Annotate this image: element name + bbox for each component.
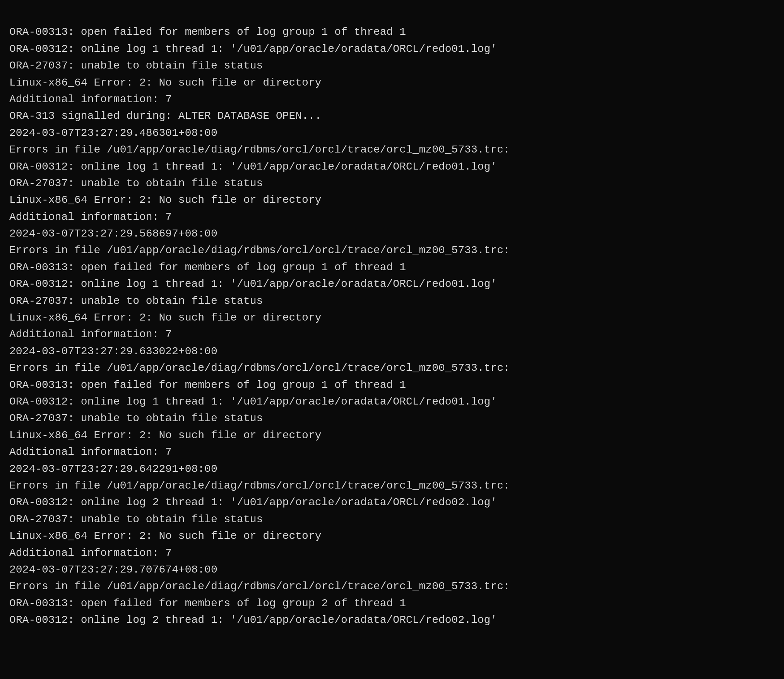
terminal-line: ORA-27037: unable to obtain file status <box>9 410 775 427</box>
terminal-line: Additional information: 7 <box>9 209 775 225</box>
terminal-line: Errors in file /u01/app/oracle/diag/rdbm… <box>9 477 775 494</box>
terminal-line: Errors in file /u01/app/oracle/diag/rdbm… <box>9 360 775 376</box>
terminal-line: ORA-00312: online log 2 thread 1: '/u01/… <box>9 612 775 628</box>
terminal-line: 2024-03-07T23:27:29.633022+08:00 <box>9 343 775 360</box>
terminal-line: ORA-00312: online log 1 thread 1: '/u01/… <box>9 41 775 57</box>
terminal-line: ORA-00313: open failed for members of lo… <box>9 377 775 393</box>
terminal-output: ORA-00313: open failed for members of lo… <box>9 7 775 628</box>
terminal-line: ORA-00312: online log 2 thread 1: '/u01/… <box>9 494 775 511</box>
terminal-line: Errors in file /u01/app/oracle/diag/rdbm… <box>9 242 775 259</box>
terminal-line: Linux-x86_64 Error: 2: No such file or d… <box>9 192 775 208</box>
terminal-line: 2024-03-07T23:27:29.486301+08:00 <box>9 125 775 141</box>
terminal-line: ORA-00313: open failed for members of lo… <box>9 595 775 612</box>
terminal-line: Linux-x86_64 Error: 2: No such file or d… <box>9 74 775 91</box>
terminal-line: Errors in file /u01/app/oracle/diag/rdbm… <box>9 578 775 595</box>
terminal-line: ORA-313 signalled during: ALTER DATABASE… <box>9 108 775 124</box>
terminal-line: ORA-00312: online log 1 thread 1: '/u01/… <box>9 276 775 292</box>
terminal-line: ORA-00313: open failed for members of lo… <box>9 259 775 276</box>
terminal-line: Linux-x86_64 Error: 2: No such file or d… <box>9 528 775 544</box>
terminal-line: ORA-00313: open failed for members of lo… <box>9 24 775 40</box>
terminal-line: ORA-00312: online log 1 thread 1: '/u01/… <box>9 393 775 410</box>
terminal-line: Linux-x86_64 Error: 2: No such file or d… <box>9 427 775 444</box>
terminal-line: 2024-03-07T23:27:29.707674+08:00 <box>9 561 775 578</box>
terminal-line: Additional information: 7 <box>9 444 775 460</box>
terminal-line: Linux-x86_64 Error: 2: No such file or d… <box>9 309 775 326</box>
terminal-line: Additional information: 7 <box>9 545 775 561</box>
terminal-line: 2024-03-07T23:27:29.642291+08:00 <box>9 461 775 477</box>
terminal-line: ORA-27037: unable to obtain file status <box>9 293 775 309</box>
terminal-line: Additional information: 7 <box>9 91 775 108</box>
terminal-line: ORA-27037: unable to obtain file status <box>9 57 775 74</box>
terminal-line: ORA-00312: online log 1 thread 1: '/u01/… <box>9 158 775 175</box>
terminal-line: ORA-27037: unable to obtain file status <box>9 511 775 528</box>
terminal-line: 2024-03-07T23:27:29.568697+08:00 <box>9 225 775 242</box>
terminal-line: Errors in file /u01/app/oracle/diag/rdbm… <box>9 141 775 158</box>
terminal-line: ORA-27037: unable to obtain file status <box>9 175 775 192</box>
terminal-line: Additional information: 7 <box>9 326 775 343</box>
